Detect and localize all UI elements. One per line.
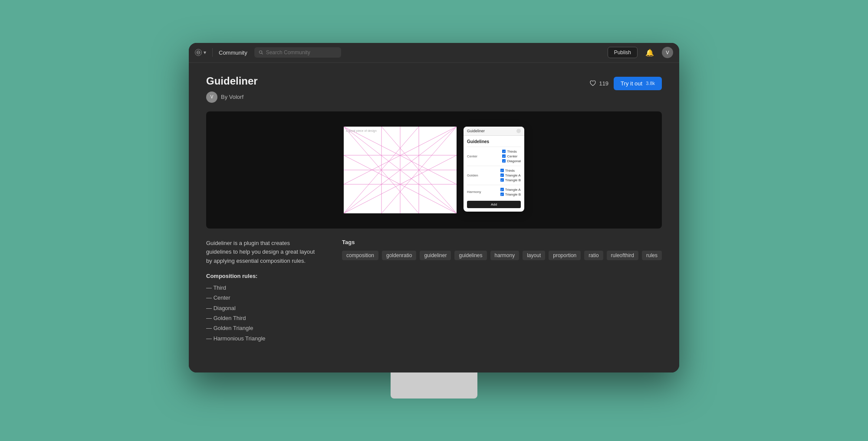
plugin-panel: Guideliner Guidelines Center [464, 127, 524, 212]
center-diagonal-label: Diagonal [507, 159, 521, 163]
plugin-header: Guideliner V By Volorf 119 Try it out [206, 75, 662, 103]
list-item: Golden Third [206, 313, 316, 323]
checkbox-harmony-b[interactable]: ✓ [500, 193, 504, 196]
description-text: Guideliner is a plugin that creates guid… [206, 239, 316, 266]
golden-thirds: ✓ Thirds [500, 169, 521, 173]
guidelines-svg: a great piece of design [344, 127, 457, 213]
tags-title: Tags [342, 239, 662, 245]
panel-title: Guideliner [467, 129, 485, 133]
panel-titlebar: Guideliner [464, 127, 524, 136]
author-avatar: V [206, 91, 217, 103]
center-row: Center ✓ Thirds ✓ Center [467, 150, 521, 163]
harmony-options: ✓ Triangle A ✓ Triangle B [500, 188, 521, 196]
guidelines-section-title: Guidelines [467, 139, 521, 144]
svg-point-3 [259, 51, 262, 53]
golden-options: ✓ Thirds ✓ Triangle A ✓ [500, 169, 521, 182]
globe-button[interactable]: ▾ [195, 49, 206, 56]
tag-proportion[interactable]: proportion [549, 251, 581, 260]
golden-tri-a-label: Triangle A [505, 173, 521, 177]
panel-divider-3 [467, 185, 521, 185]
plugin-title-section: Guideliner V By Volorf [206, 75, 258, 103]
tag-layout[interactable]: layout [523, 251, 545, 260]
search-input[interactable] [266, 49, 337, 56]
main-content: Guideliner V By Volorf 119 Try it out [189, 63, 679, 372]
panel-divider-1 [467, 147, 521, 147]
harmony-row: Harmony ✓ Triangle A ✓ Triangl [467, 188, 521, 196]
globe-icon [195, 49, 202, 56]
checkbox-golden-thirds[interactable]: ✓ [500, 169, 504, 172]
golden-tri-b-label: Triangle B [505, 178, 521, 182]
tags-section: Tags composition goldenratio guideliner … [342, 239, 662, 344]
monitor-stand [391, 372, 477, 399]
center-thirds-label: Thirds [507, 150, 516, 154]
panel-body: Guidelines Center ✓ Thirds [464, 136, 524, 212]
try-label: Try it out [621, 80, 642, 87]
svg-line-4 [262, 53, 263, 54]
try-button[interactable]: Try it out 3.8k [614, 77, 662, 90]
tag-ratio[interactable]: ratio [584, 251, 603, 260]
harmony-triangle-b: ✓ Triangle B [500, 193, 521, 196]
panel-divider-2 [467, 166, 521, 166]
tag-harmony[interactable]: harmony [490, 251, 519, 260]
checkbox-golden-tri-a[interactable]: ✓ [500, 173, 504, 177]
panel-close-button[interactable] [516, 129, 521, 133]
like-button[interactable]: 119 [589, 80, 608, 87]
checkbox-harmony-a[interactable]: ✓ [500, 188, 504, 191]
plugin-title: Guideliner [206, 75, 258, 87]
plugin-author: V By Volorf [206, 91, 258, 103]
tag-composition[interactable]: composition [342, 251, 378, 260]
tag-guidelines[interactable]: guidelines [454, 251, 487, 260]
preview-inner: a great piece of design Guideliner Guide… [206, 111, 662, 229]
desc-left: Guideliner is a plugin that creates guid… [206, 239, 316, 344]
checkbox-diagonal[interactable]: ✓ [502, 159, 506, 163]
globe-chevron: ▾ [204, 49, 206, 56]
community-label[interactable]: Community [219, 49, 247, 56]
plugin-actions: 119 Try it out 3.8k [589, 77, 662, 90]
harmony-tri-a-label: Triangle A [505, 188, 521, 192]
golden-triangle-a: ✓ Triangle A [500, 173, 521, 177]
checkbox-center[interactable]: ✓ [502, 154, 506, 158]
heart-icon [589, 80, 596, 87]
description-section: Guideliner is a plugin that creates guid… [206, 239, 662, 344]
golden-row: Golden ✓ Thirds ✓ Triangle A [467, 169, 521, 182]
golden-triangle-b: ✓ Triangle B [500, 178, 521, 182]
tag-ruleofthird[interactable]: ruleofthird [607, 251, 638, 260]
golden-thirds-label: Thirds [505, 169, 515, 173]
tag-goldenratio[interactable]: goldenratio [382, 251, 416, 260]
harmony-label: Harmony [467, 190, 483, 194]
tags-grid: composition goldenratio guideliner guide… [342, 251, 662, 260]
svg-text:a great piece of design: a great piece of design [346, 129, 377, 133]
tag-rules[interactable]: rules [642, 251, 662, 260]
composition-title: Composition rules: [206, 273, 316, 279]
list-item: Golden Triangle [206, 323, 316, 333]
list-item: Diagonal [206, 303, 316, 313]
harmony-tri-b-label: Triangle B [505, 193, 521, 196]
monitor: ▾ Community Publish 🔔 V Guideliner [189, 43, 679, 372]
canvas-preview: a great piece of design [344, 127, 457, 213]
center-center: ✓ Center [502, 154, 521, 158]
center-diagonal: ✓ Diagonal [502, 159, 521, 163]
publish-button[interactable]: Publish [608, 47, 638, 58]
user-avatar[interactable]: V [662, 47, 673, 58]
harmony-triangle-a: ✓ Triangle A [500, 188, 521, 192]
checkbox-golden-tri-b[interactable]: ✓ [500, 178, 504, 182]
plugin-mockup: a great piece of design Guideliner Guide… [344, 127, 524, 213]
center-label: Center [467, 154, 483, 158]
center-thirds: ✓ Thirds [502, 150, 521, 154]
rules-list: Third Center Diagonal Golden Third Golde… [206, 283, 316, 343]
add-button[interactable]: Add [467, 201, 521, 208]
bell-icon[interactable]: 🔔 [645, 49, 654, 57]
tag-guideliner[interactable]: guideliner [420, 251, 451, 260]
checkbox-thirds[interactable]: ✓ [502, 150, 506, 153]
list-item: Third [206, 283, 316, 293]
golden-label: Golden [467, 173, 483, 177]
like-count: 119 [599, 80, 608, 87]
nav-divider [212, 48, 213, 57]
search-bar[interactable] [254, 47, 341, 58]
search-icon [259, 50, 263, 55]
center-options: ✓ Thirds ✓ Center ✓ [502, 150, 521, 163]
center-center-label: Center [507, 154, 517, 158]
try-count: 3.8k [646, 81, 655, 86]
list-item: Harmonious Triangle [206, 333, 316, 343]
preview-area: a great piece of design Guideliner Guide… [206, 111, 662, 229]
